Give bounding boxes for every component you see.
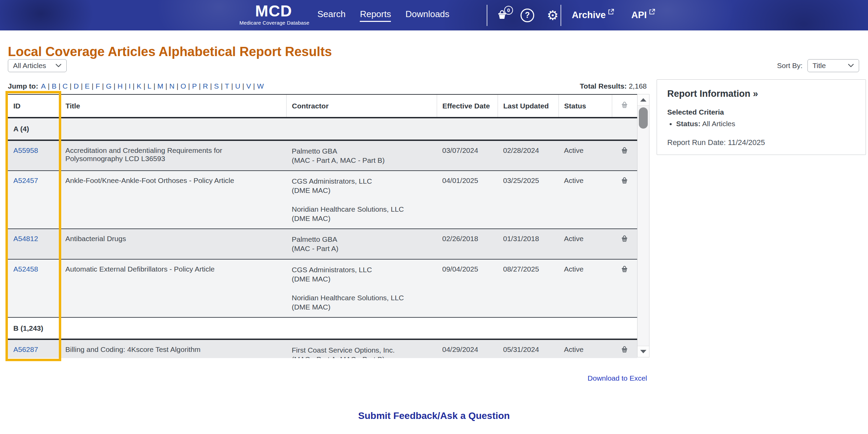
jump-letter-K[interactable]: K	[136, 82, 141, 90]
last-updated-cell: 01/31/2018	[498, 229, 558, 259]
article-title-cell: Ankle-Foot/Knee-Ankle-Foot Orthoses - Po…	[60, 171, 286, 229]
contractor-scope: (MAC - Part A)	[292, 244, 431, 253]
download-to-excel-link[interactable]: Download to Excel	[527, 374, 647, 382]
last-updated-cell: 05/31/2024	[498, 339, 558, 358]
column-header-id: ID	[8, 95, 60, 118]
jump-separator: |	[123, 82, 129, 90]
group-label: B (1,243)	[8, 317, 637, 339]
last-updated-cell: 03/25/2025	[498, 171, 558, 229]
jump-letter-W[interactable]: W	[257, 82, 264, 90]
criteria-item: Status: All Articles	[676, 120, 855, 128]
jump-separator: |	[111, 82, 117, 90]
basket-icon	[620, 176, 629, 185]
logo-title: MCD	[239, 3, 308, 19]
jump-letter-E[interactable]: E	[85, 82, 90, 90]
contractor-scope: (DME MAC)	[292, 214, 431, 223]
external-link-label: API	[631, 10, 647, 21]
contractor-cell: Palmetto GBA(MAC - Part A, MAC - Part B)	[286, 140, 437, 171]
article-id-cell: A56287	[8, 339, 60, 358]
jump-letter-B[interactable]: B	[52, 82, 56, 90]
header-divider	[561, 5, 561, 26]
submit-feedback-link[interactable]: Submit Feedback/Ask a Question	[0, 410, 868, 421]
jump-letter-A[interactable]: A	[41, 82, 46, 90]
jump-letter-O[interactable]: O	[181, 82, 186, 90]
external-link-api[interactable]: API	[631, 10, 655, 21]
status-cell: Active	[558, 229, 612, 259]
jump-letter-P[interactable]: P	[192, 82, 197, 90]
article-id-link[interactable]: A52457	[13, 176, 38, 184]
contractor-name: Palmetto GBA	[292, 146, 431, 156]
nav-reports[interactable]: Reports	[360, 9, 391, 22]
nav-downloads[interactable]: Downloads	[405, 9, 449, 22]
sortby-select[interactable]: Title	[807, 59, 859, 72]
add-to-basket-button[interactable]	[612, 339, 637, 358]
jump-letter-F[interactable]: F	[95, 82, 100, 90]
contractor-scope: (MAC - Part A, MAC - Part B)	[292, 355, 431, 358]
jump-separator: |	[240, 82, 246, 90]
article-id-link[interactable]: A55958	[13, 146, 38, 154]
scroll-up-icon	[640, 98, 646, 102]
chevron-down-icon	[55, 64, 62, 68]
jump-letter-H[interactable]: H	[118, 82, 123, 90]
status-cell: Active	[558, 339, 612, 358]
jump-letter-V[interactable]: V	[246, 82, 251, 90]
total-results-label: Total Results:	[580, 82, 627, 90]
report-information-link[interactable]: Report Information »	[667, 89, 855, 99]
contractor-entry: CGS Administrators, LLC(DME MAC)	[292, 176, 431, 195]
scrollbar-thumb[interactable]	[639, 107, 648, 129]
jump-letter-G[interactable]: G	[106, 82, 111, 90]
scroll-down-button[interactable]	[637, 346, 649, 357]
article-id-link[interactable]: A52458	[13, 265, 38, 273]
jump-separator: |	[46, 82, 52, 90]
article-id-link[interactable]: A54812	[13, 235, 38, 242]
scroll-up-button[interactable]	[637, 94, 649, 106]
selected-criteria-heading: Selected Criteria	[667, 108, 855, 116]
jump-letter-C[interactable]: C	[63, 82, 68, 90]
jump-to-label: Jump to:	[8, 82, 38, 90]
jump-letter-R[interactable]: R	[203, 82, 208, 90]
results-table: IDTitleContractorEffective DateLast Upda…	[8, 95, 637, 358]
jump-letter-D[interactable]: D	[74, 82, 79, 90]
nav-search[interactable]: Search	[317, 9, 345, 22]
column-header-contractor: Contractor	[286, 95, 437, 118]
contractor-name: First Coast Service Options, Inc.	[292, 345, 431, 355]
basket-icon	[620, 235, 629, 243]
jump-separator: |	[68, 82, 74, 90]
effective-date-cell: 02/26/2018	[437, 229, 498, 259]
jump-letter-U[interactable]: U	[235, 82, 240, 90]
jump-letter-N[interactable]: N	[169, 82, 174, 90]
mcd-logo[interactable]: MCD Medicare Coverage Database	[239, 3, 308, 26]
settings-button[interactable]: ⚙	[546, 9, 560, 22]
header-icons: 0 ? ⚙	[495, 0, 560, 30]
help-button[interactable]: ?	[521, 9, 534, 22]
add-to-basket-button[interactable]	[612, 140, 637, 171]
add-to-basket-button[interactable]	[612, 259, 637, 317]
contractor-cell: Palmetto GBA(MAC - Part A)	[286, 229, 437, 259]
contractor-entry: Noridian Healthcare Solutions, LLC(DME M…	[292, 205, 431, 223]
sortby-value: Title	[813, 62, 826, 70]
logo-subtitle: Medicare Coverage Database	[239, 20, 308, 26]
external-link-archive[interactable]: Archive	[572, 10, 614, 21]
jump-separator: |	[197, 82, 203, 90]
jump-letter-T[interactable]: T	[225, 82, 229, 90]
jump-letter-L[interactable]: L	[147, 82, 152, 90]
table-scrollbar[interactable]	[637, 94, 649, 357]
article-title-cell: Billing and Coding: 4Kscore Test Algorit…	[60, 339, 286, 358]
basket-button[interactable]: 0	[495, 9, 509, 22]
contractor-entry: CGS Administrators, LLC(DME MAC)	[292, 265, 431, 284]
jump-separator: |	[141, 82, 147, 90]
article-id-cell: A54812	[8, 229, 60, 259]
add-to-basket-button[interactable]	[612, 229, 637, 259]
column-header-basket	[612, 95, 637, 118]
group-label: A (4)	[8, 118, 637, 140]
header-divider	[487, 5, 487, 26]
gear-icon: ⚙	[547, 9, 558, 22]
last-updated-cell: 02/28/2024	[498, 140, 558, 171]
jump-separator: |	[229, 82, 235, 90]
article-id-cell: A52457	[8, 171, 60, 229]
add-to-basket-button[interactable]	[612, 171, 637, 229]
article-id-link[interactable]: A56287	[13, 345, 38, 353]
jump-letter-M[interactable]: M	[157, 82, 163, 90]
jump-letter-S[interactable]: S	[214, 82, 219, 90]
article-filter-select[interactable]: All Articles	[8, 59, 67, 72]
